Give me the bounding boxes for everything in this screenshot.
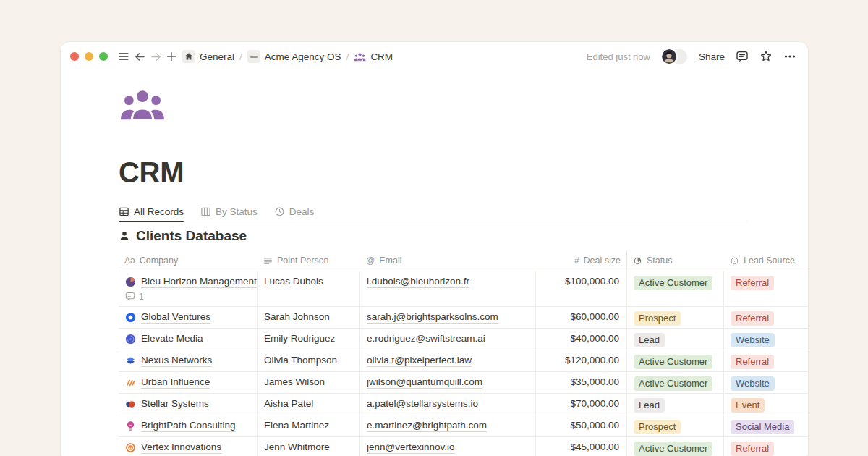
new-page-icon[interactable]	[163, 48, 179, 65]
deal-size-cell[interactable]: $70,000.00	[536, 394, 626, 415]
email-cell[interactable]: sarah.j@brightsparksolns.com	[360, 307, 536, 328]
deal-size-cell[interactable]: $100,000.00	[536, 271, 626, 306]
database-title-row: Clients Database	[119, 228, 247, 244]
column-header-company[interactable]: Aa Company	[119, 250, 258, 271]
back-icon[interactable]	[132, 48, 148, 65]
tab-label: All Records	[134, 206, 184, 217]
lead-source-badge: Event	[731, 398, 765, 413]
column-header-point-person[interactable]: Point Person	[258, 250, 360, 271]
company-cell[interactable]: Nexus Networks	[119, 350, 258, 371]
company-cell[interactable]: Elevate Media	[119, 329, 258, 350]
point-person-cell[interactable]: Elena Martinez	[258, 415, 360, 436]
forward-icon[interactable]	[148, 48, 163, 65]
more-options-icon[interactable]	[783, 50, 796, 63]
status-badge: Active Customer	[634, 442, 712, 456]
lead-source-cell[interactable]: Referral	[724, 307, 808, 328]
share-button[interactable]: Share	[699, 51, 725, 62]
email-cell[interactable]: l.dubois@bleuhorizon.fr	[360, 271, 536, 306]
maximize-window-button[interactable]	[99, 52, 108, 61]
deal-size-cell[interactable]: $35,000.00	[536, 372, 626, 393]
point-person-cell[interactable]: Aisha Patel	[258, 394, 360, 415]
point-person-cell[interactable]: Emily Rodriguez	[258, 329, 360, 350]
company-cell[interactable]: Bleu Horizon Management1	[119, 271, 258, 306]
tab-deals[interactable]: Deals	[274, 202, 315, 221]
bleu-horizon-logo	[125, 276, 136, 287]
table-row: Bleu Horizon Management1Lucas Duboisl.du…	[119, 271, 808, 307]
table-row: BrightPath ConsultingElena Martineze.mar…	[119, 415, 808, 437]
column-label: Email	[379, 256, 401, 266]
column-header-lead-source[interactable]: Lead Source	[724, 250, 808, 271]
breadcrumb-label: Acme Agency OS	[265, 51, 341, 62]
lead-source-cell[interactable]: Referral	[724, 437, 808, 456]
lead-source-cell[interactable]: Social Media	[724, 415, 808, 436]
comments-icon[interactable]	[736, 50, 749, 63]
lead-source-cell[interactable]: Website	[724, 372, 808, 393]
breadcrumb-crm[interactable]: CRM	[354, 51, 393, 62]
point-person-cell[interactable]: James Wilson	[258, 372, 360, 393]
status-cell[interactable]: Active Customer	[626, 372, 724, 393]
email-cell[interactable]: e.martinez@brightpath.com	[360, 415, 536, 436]
email-cell[interactable]: jenn@vertexinnov.io	[360, 437, 536, 456]
company-cell[interactable]: Vertex Innovations	[119, 437, 258, 456]
comment-count[interactable]: 1	[125, 292, 250, 302]
table-row: Urban InfluenceJames Wilsonjwilson@quant…	[119, 372, 808, 394]
minimize-window-button[interactable]	[85, 52, 93, 61]
lead-source-cell[interactable]: Referral	[724, 271, 808, 306]
status-cell[interactable]: Prospect	[626, 307, 724, 328]
deal-size-cell[interactable]: $45,000.00	[536, 437, 626, 456]
lead-source-cell[interactable]: Website	[724, 329, 808, 350]
company-name[interactable]: Urban Influence	[141, 376, 210, 389]
deal-size-cell[interactable]: $60,000.00	[536, 307, 626, 328]
lead-source-cell[interactable]: Event	[724, 394, 808, 415]
status-badge: Active Customer	[634, 355, 712, 369]
tab-all-records[interactable]: All Records	[119, 202, 184, 221]
deal-size-cell[interactable]: $40,000.00	[536, 329, 626, 350]
avatar	[661, 48, 678, 65]
column-header-email[interactable]: @ Email	[360, 250, 536, 271]
text-lines-icon	[263, 256, 273, 266]
status-badge: Lead	[634, 333, 665, 347]
status-badge: Active Customer	[634, 376, 712, 391]
lead-source-cell[interactable]: Referral	[724, 350, 808, 371]
breadcrumb-acme-agency-os[interactable]: Acme Agency OS	[247, 50, 341, 63]
close-window-button[interactable]	[70, 52, 79, 61]
tab-by-status[interactable]: By Status	[200, 202, 258, 221]
status-cell[interactable]: Active Customer	[626, 437, 724, 456]
email-cell[interactable]: olivia.t@pixelperfect.law	[360, 350, 536, 371]
deal-size-cell[interactable]: $50,000.00	[536, 415, 626, 436]
company-cell[interactable]: Urban Influence	[119, 372, 258, 393]
breadcrumb-separator: /	[239, 51, 242, 62]
email-cell[interactable]: e.rodriguez@swiftstream.ai	[360, 329, 536, 350]
company-name[interactable]: Bleu Horizon Management	[141, 276, 257, 288]
company-cell[interactable]: Global Ventures	[119, 307, 258, 328]
lead-source-badge: Referral	[731, 276, 774, 290]
sidebar-menu-icon[interactable]	[116, 48, 132, 65]
company-cell[interactable]: BrightPath Consulting	[119, 415, 258, 436]
column-header-status[interactable]: Status	[626, 250, 724, 271]
breadcrumb-general[interactable]: General	[182, 50, 234, 63]
status-badge: Prospect	[634, 311, 681, 326]
status-cell[interactable]: Prospect	[626, 415, 724, 436]
company-name[interactable]: Global Ventures	[141, 311, 210, 324]
company-name[interactable]: Elevate Media	[141, 333, 203, 345]
notion-window: General / Acme Agency OS /	[61, 42, 808, 456]
star-icon[interactable]	[760, 50, 773, 63]
point-person-cell[interactable]: Lucas Dubois	[258, 271, 360, 306]
column-header-deal-size[interactable]: # Deal size	[536, 250, 626, 271]
company-cell[interactable]: Stellar Systems	[119, 394, 258, 415]
page-icon-people-group[interactable]	[119, 87, 168, 122]
status-cell[interactable]: Active Customer	[626, 350, 724, 371]
status-cell[interactable]: Lead	[626, 329, 724, 350]
company-name[interactable]: BrightPath Consulting	[141, 420, 236, 432]
email-cell[interactable]: a.patel@stellarsystems.io	[360, 394, 536, 415]
company-name[interactable]: Vertex Innovations	[141, 442, 221, 454]
point-person-cell[interactable]: Sarah Johnson	[258, 307, 360, 328]
email-cell[interactable]: jwilson@quantumquill.com	[360, 372, 536, 393]
company-name[interactable]: Nexus Networks	[141, 355, 212, 367]
status-cell[interactable]: Active Customer	[626, 271, 724, 306]
deal-size-cell[interactable]: $120,000.00	[536, 350, 626, 371]
company-name[interactable]: Stellar Systems	[141, 398, 209, 410]
point-person-cell[interactable]: Olivia Thompson	[258, 350, 360, 371]
point-person-cell[interactable]: Jenn Whitmore	[258, 437, 360, 456]
status-cell[interactable]: Lead	[626, 394, 724, 415]
